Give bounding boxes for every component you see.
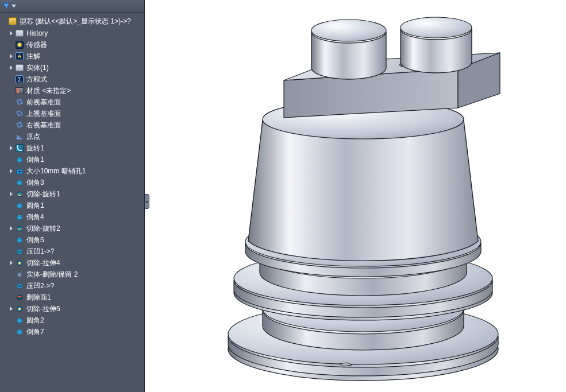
fillet-icon — [15, 201, 24, 210]
sigma-icon: Σ — [15, 75, 24, 84]
tree-item-history-folder[interactable]: History — [0, 28, 144, 39]
note-icon: A — [15, 52, 24, 61]
tree-root[interactable]: 型芯 (默认<<默认>_显示状态 1>)->? — [0, 15, 144, 28]
svg-point-1 — [18, 171, 21, 173]
expand-spacer — [8, 317, 14, 323]
feature-tree-panel: 型芯 (默认<<默认>_显示状态 1>)->? History传感器A注解实体(… — [0, 0, 145, 392]
tree-item-cut-extrude4[interactable]: 切除-拉伸4 — [0, 257, 144, 269]
expand-caret-icon[interactable] — [8, 30, 14, 36]
expand-spacer — [8, 180, 14, 185]
expand-spacer — [8, 42, 14, 48]
tree-item-indent1[interactable]: 压凹1->? — [0, 246, 144, 257]
svg-point-16 — [401, 17, 472, 38]
expand-spacer — [8, 122, 14, 128]
plane-icon — [15, 109, 24, 118]
tree-item-chamfer7[interactable]: 倒角7 — [0, 326, 144, 337]
cut-rev-icon — [15, 189, 24, 199]
tree-item-material[interactable]: 材质 <未指定> — [0, 85, 144, 96]
expand-spacer — [8, 294, 14, 300]
tree-item-fillet2[interactable]: 圆角2 — [0, 315, 144, 326]
cut-rev-icon — [15, 224, 24, 233]
tree-item-revolve1[interactable]: 旋转1 — [0, 142, 144, 154]
chamfer-icon — [15, 178, 24, 187]
expand-spacer — [1, 18, 7, 24]
delbody-icon — [15, 270, 24, 279]
tree-item-label: 传感器 — [26, 40, 47, 50]
tree-item-label: 压凹2->? — [26, 281, 54, 291]
revolve-icon — [15, 143, 24, 153]
tree-item-right-plane[interactable]: 右视基准面 — [0, 119, 144, 131]
tree-item-label: 倒角5 — [26, 235, 44, 245]
material-icon — [15, 86, 24, 95]
tree-item-indent2[interactable]: 压凹2->? — [0, 280, 144, 292]
delface-icon — [15, 293, 24, 302]
chamfer-icon — [15, 212, 24, 222]
tree-item-label: 圆角2 — [26, 316, 44, 325]
expand-caret-icon[interactable] — [8, 65, 14, 71]
expand-caret-icon[interactable] — [8, 53, 14, 59]
folder-icon — [15, 63, 24, 72]
tree-item-chamfer3[interactable]: 倒角3 — [0, 177, 144, 188]
expand-spacer — [8, 283, 14, 289]
fillet-icon — [15, 316, 24, 325]
expand-spacer — [8, 237, 14, 243]
tree-item-cut-revolve2[interactable]: 切除-旋转2 — [0, 223, 144, 234]
tree-item-dowel-hole1[interactable]: 大小10mm 暗销孔1 — [0, 165, 144, 177]
filter-icon[interactable] — [2, 2, 10, 10]
tree-item-chamfer5[interactable]: 倒角5 — [0, 234, 144, 246]
expand-spacer — [8, 157, 14, 162]
tree-item-sensors[interactable]: 传感器 — [0, 39, 144, 51]
tree-item-chamfer4[interactable]: 倒角4 — [0, 211, 144, 223]
expand-caret-icon[interactable] — [8, 191, 14, 197]
tree-item-label: 切除-旋转1 — [26, 189, 60, 199]
tree-item-label: 前视基准面 — [26, 98, 61, 107]
graphics-viewport[interactable] — [145, 0, 566, 392]
expand-caret-icon[interactable] — [8, 226, 14, 231]
hole-icon — [15, 166, 24, 176]
tree-item-annotations[interactable]: A注解 — [0, 51, 144, 62]
tree-item-origin[interactable]: 原点 — [0, 131, 144, 142]
tree-item-label: 切除-旋转2 — [26, 224, 60, 234]
expand-spacer — [8, 134, 14, 139]
svg-rect-3 — [18, 262, 21, 265]
tree-item-label: 倒角1 — [26, 155, 44, 165]
tree-item-equations[interactable]: Σ方程式 — [0, 73, 144, 85]
tree-item-front-plane[interactable]: 前视基准面 — [0, 96, 144, 108]
feature-tree: 型芯 (默认<<默认>_显示状态 1>)->? History传感器A注解实体(… — [0, 13, 144, 342]
tree-item-label: 倒角3 — [26, 178, 44, 188]
part-icon — [8, 17, 17, 26]
tree-item-cut-extrude5[interactable]: 切除-拉伸5 — [0, 303, 144, 315]
expand-caret-icon[interactable] — [8, 168, 14, 174]
folder-icon — [15, 29, 24, 38]
tree-item-delete-face1[interactable]: 删除面1 — [0, 292, 144, 303]
expand-caret-icon[interactable] — [8, 145, 14, 151]
tree-item-label: 实体(1) — [26, 63, 49, 73]
tree-item-body-delete2[interactable]: 实体-删除/保留 2 — [0, 269, 144, 280]
tree-item-fillet1[interactable]: 圆角1 — [0, 200, 144, 211]
svg-point-4 — [18, 285, 21, 288]
expand-caret-icon[interactable] — [8, 306, 14, 312]
tree-item-top-plane[interactable]: 上视基准面 — [0, 108, 144, 119]
indent-icon — [15, 281, 24, 290]
expand-spacer — [8, 76, 14, 82]
tree-item-label: 实体-删除/保留 2 — [26, 270, 78, 280]
expand-spacer — [8, 111, 14, 117]
tree-item-label: History — [26, 29, 48, 37]
expand-spacer — [8, 249, 14, 254]
tree-item-label: 注解 — [26, 52, 40, 61]
tree-item-label: 删除面1 — [26, 293, 51, 302]
sensor-icon — [15, 40, 24, 49]
tree-item-solid-bodies[interactable]: 实体(1) — [0, 62, 144, 73]
expand-spacer — [8, 329, 14, 335]
origin-icon — [15, 132, 24, 141]
expand-caret-icon[interactable] — [8, 260, 14, 266]
svg-point-2 — [18, 251, 21, 253]
filter-dropdown-icon[interactable] — [11, 5, 16, 7]
tree-item-cut-revolve1[interactable]: 切除-旋转1 — [0, 188, 144, 200]
tree-item-chamfer1[interactable]: 倒角1 — [0, 154, 144, 165]
tree-item-label: 切除-拉伸5 — [26, 304, 60, 314]
tree-filter-bar — [0, 0, 144, 13]
panel-drag-handle[interactable]: ◂ — [145, 194, 149, 209]
tree-item-label: 切除-拉伸4 — [26, 258, 60, 268]
expand-spacer — [8, 88, 14, 94]
